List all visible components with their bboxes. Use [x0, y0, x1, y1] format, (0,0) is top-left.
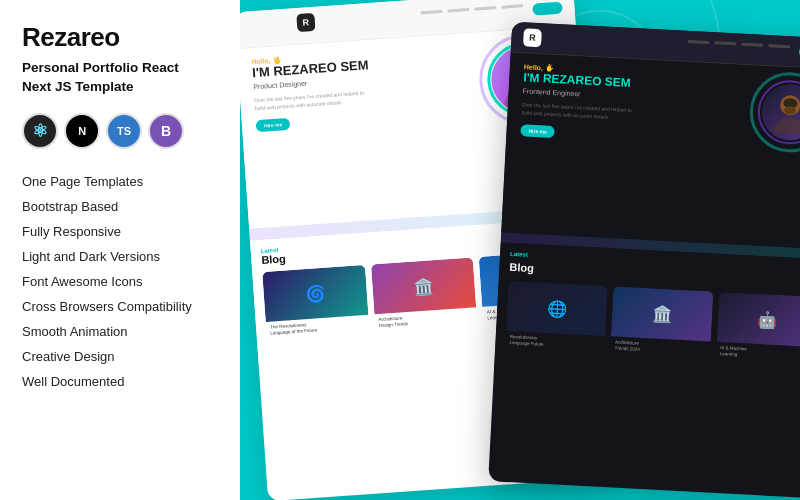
dark-nav-item — [687, 40, 709, 44]
feature-bootstrap: Bootstrap Based — [22, 194, 220, 219]
dark-blog: Latest Blog 🌐 RevolutionaryLanguage Futu… — [494, 242, 800, 395]
dark-blog-card-content-2: ArchitectureTrends 2024 — [610, 336, 710, 360]
feature-animation: Smooth Animation — [22, 319, 220, 344]
dark-blog-card-img-1: 🌐 — [506, 281, 608, 336]
dark-nav-item — [768, 44, 790, 48]
nav-item — [447, 8, 469, 13]
dark-nav-item — [741, 43, 763, 47]
nav-item — [501, 4, 523, 9]
dark-blog-card-content-3: AI & MachineLearning — [715, 342, 800, 366]
light-desc: Over the last few years I've created and… — [254, 88, 375, 112]
left-panel: Rezareo Personal Portfolio ReactNext JS … — [0, 0, 240, 500]
dark-blog-card-text-1: RevolutionaryLanguage Future — [509, 334, 601, 351]
blog-card-text-1: The RevolutionaryLanguage of the Future — [270, 318, 365, 337]
dark-blog-card-2: 🏛️ ArchitectureTrends 2024 — [609, 286, 713, 381]
mockup-dark: R Hello, 🖐 I'M REZAREO SEM Frontend Engi… — [488, 22, 800, 499]
dark-nav-item — [714, 41, 736, 45]
blog-card-img-1: 🌀 — [262, 265, 368, 322]
svg-point-7 — [772, 116, 800, 134]
dark-logo: R — [523, 28, 542, 47]
dark-desc: Over the last few years I've created and… — [521, 100, 642, 122]
dark-avatar-svg — [768, 90, 800, 134]
dark-avatar — [748, 70, 800, 154]
dark-hero: Hello, 🖐 I'M REZAREO SEM Frontend Engine… — [501, 53, 800, 250]
blog-card-img-2: 🏛️ — [371, 257, 477, 314]
nav-item — [474, 6, 496, 11]
dark-blog-card-img-2: 🏛️ — [611, 286, 713, 341]
badge-ts: TS — [106, 113, 142, 149]
blog-card-1: 🌀 The RevolutionaryLanguage of the Futur… — [262, 265, 371, 362]
features-list: One Page Templates Bootstrap Based Fully… — [22, 169, 220, 394]
badge-next: N — [64, 113, 100, 149]
dark-blog-card-text-3: AI & MachineLearning — [720, 345, 800, 362]
dark-blog-card-1: 🌐 RevolutionaryLanguage Future — [504, 281, 608, 376]
badge-bs: B — [148, 113, 184, 149]
light-logo: R — [296, 13, 315, 32]
nav-item — [420, 10, 442, 15]
dark-blog-card-img-3: 🤖 — [716, 292, 800, 347]
brand-subtitle: Personal Portfolio ReactNext JS Template — [22, 59, 220, 97]
feature-cross-browser: Cross Browsers Compatibility — [22, 294, 220, 319]
dark-blog-cards: 🌐 RevolutionaryLanguage Future 🏛️ Archit… — [504, 281, 800, 387]
feature-responsive: Fully Responsive — [22, 219, 220, 244]
feature-font-awesome: Font Awesome Icons — [22, 269, 220, 294]
nav-cta — [532, 2, 563, 16]
blog-card-text-2: ArchitectureDesign Trends — [378, 311, 473, 330]
dark-blog-card-3: 🤖 AI & MachineLearning — [714, 292, 800, 387]
dark-hire-btn[interactable]: Hire me — [520, 124, 555, 138]
right-panel: R Hello, 🖐 I'M REZAREO SEM Product Desig… — [240, 0, 800, 500]
blog-card-2: 🏛️ ArchitectureDesign Trends — [371, 257, 480, 354]
dark-blog-card-content-1: RevolutionaryLanguage Future — [505, 331, 605, 355]
dark-blog-card-text-2: ArchitectureTrends 2024 — [614, 339, 706, 356]
feature-light-dark: Light and Dark Versions — [22, 244, 220, 269]
light-hire-btn[interactable]: Hire me — [256, 118, 291, 132]
badge-react: ⚛ — [22, 113, 58, 149]
brand-title: Rezareo — [22, 22, 220, 53]
feature-documented: Well Documented — [22, 369, 220, 394]
tech-badges: ⚛ N TS B — [22, 113, 220, 149]
feature-one-page: One Page Templates — [22, 169, 220, 194]
feature-creative: Creative Design — [22, 344, 220, 369]
